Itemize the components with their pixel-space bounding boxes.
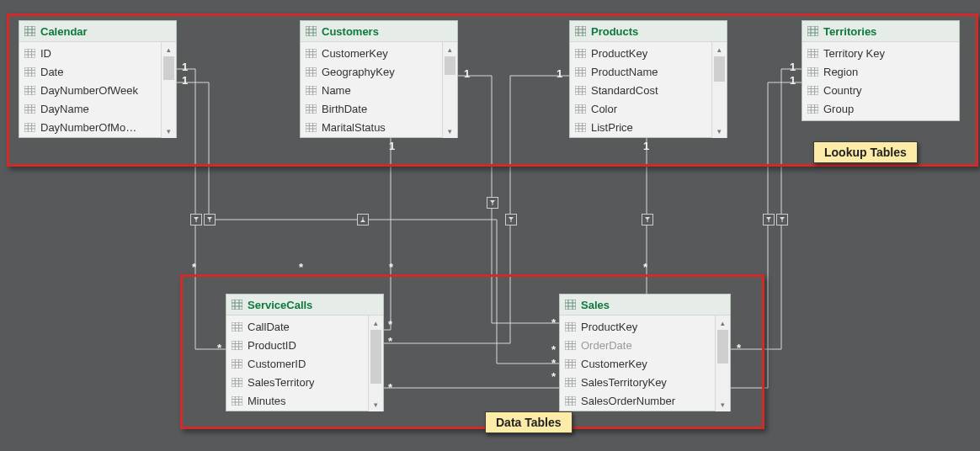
table-header[interactable]: Calendar (19, 21, 176, 42)
scrollbar[interactable]: ▴ ▾ (715, 316, 730, 411)
table-calendar[interactable]: Calendar IDDateDayNumberOfWeekDayNameDay… (19, 20, 177, 138)
table-sales[interactable]: Sales ProductKeyOrderDateCustomerKeySale… (559, 294, 731, 411)
scroll-up-icon[interactable]: ▴ (162, 42, 176, 56)
svg-rect-90 (807, 26, 818, 36)
field-row[interactable]: BirthDate (301, 99, 457, 118)
table-icon (306, 26, 317, 36)
scroll-up-icon[interactable]: ▴ (369, 316, 383, 330)
field-label: CustomerID (248, 358, 306, 370)
field-row[interactable]: ProductName (570, 62, 727, 81)
field-row[interactable]: CallDate (226, 317, 383, 336)
column-icon (24, 104, 35, 114)
svg-rect-60 (575, 26, 586, 36)
scrollbar-thumb[interactable] (717, 330, 728, 363)
field-row[interactable]: ProductID (226, 336, 383, 354)
table-header[interactable]: Sales (560, 294, 730, 316)
field-row[interactable]: SalesTerritory (226, 373, 383, 391)
field-row[interactable]: Date (19, 62, 176, 81)
column-icon (232, 396, 242, 406)
table-territories[interactable]: Territories Territory KeyRegionCountryGr… (802, 20, 960, 121)
column-icon (232, 359, 242, 369)
table-products[interactable]: Products ProductKeyProductNameStandardCo… (569, 20, 727, 138)
field-row[interactable]: Region (802, 62, 959, 81)
filter-direction-icon (190, 214, 202, 226)
scrollbar-thumb[interactable] (445, 56, 455, 75)
table-icon (575, 26, 586, 36)
field-row[interactable]: Country (802, 81, 959, 99)
scrollbar[interactable]: ▴ ▾ (368, 316, 383, 411)
svg-rect-130 (232, 359, 242, 369)
svg-rect-20 (24, 104, 35, 114)
field-label: StandardCost (591, 84, 658, 97)
scroll-down-icon[interactable]: ▾ (443, 124, 457, 138)
table-servicecalls[interactable]: ServiceCalls CallDateProductIDCustomerID… (226, 294, 384, 411)
column-icon (565, 359, 576, 369)
field-row[interactable]: MaritalStatus (301, 118, 457, 136)
field-label: SalesOrderNumber (581, 395, 675, 407)
table-title: Products (591, 25, 638, 38)
table-header[interactable]: Products (570, 21, 727, 42)
svg-rect-25 (24, 123, 35, 132)
field-row[interactable]: OrderDate (560, 336, 730, 354)
column-icon (232, 378, 242, 387)
scrollbar-thumb[interactable] (370, 330, 381, 384)
column-icon (575, 67, 586, 77)
svg-rect-140 (232, 396, 242, 406)
field-row[interactable]: CustomerKey (560, 354, 730, 373)
table-title: Calendar (40, 25, 88, 38)
scroll-down-icon[interactable]: ▾ (162, 124, 176, 138)
field-row[interactable]: Territory Key (802, 44, 959, 62)
scroll-up-icon[interactable]: ▴ (716, 316, 730, 330)
svg-rect-155 (565, 341, 576, 350)
field-row[interactable]: GeographyKey (301, 62, 457, 81)
svg-rect-70 (575, 67, 586, 77)
column-icon (232, 341, 242, 350)
field-row[interactable]: SalesOrderNumber (560, 391, 730, 410)
field-row[interactable]: CustomerKey (301, 44, 457, 62)
table-icon (24, 26, 35, 36)
scrollbar-thumb[interactable] (714, 56, 725, 82)
scroll-down-icon[interactable]: ▾ (712, 124, 727, 138)
scrollbar-thumb[interactable] (163, 56, 174, 80)
table-title: Territories (823, 25, 876, 38)
field-row[interactable]: Color (570, 99, 727, 118)
field-row[interactable]: ProductKey (570, 44, 727, 62)
svg-rect-30 (306, 26, 317, 36)
field-row[interactable]: Minutes (226, 391, 383, 410)
table-customers[interactable]: Customers CustomerKeyGeographyKeyNameBir… (300, 20, 458, 138)
filter-direction-icon (776, 214, 788, 226)
scroll-up-icon[interactable]: ▴ (712, 42, 727, 56)
field-row[interactable]: DayNumberOfWeek (19, 81, 176, 99)
column-icon (575, 104, 586, 114)
field-label: ListPrice (591, 121, 633, 134)
field-row[interactable]: ProductKey (560, 317, 730, 336)
field-row[interactable]: DayName (19, 99, 176, 118)
scrollbar[interactable]: ▴ ▾ (711, 42, 727, 138)
scrollbar[interactable]: ▴ ▾ (442, 42, 457, 138)
table-header[interactable]: ServiceCalls (226, 294, 383, 316)
scroll-down-icon[interactable]: ▾ (369, 397, 383, 411)
field-row[interactable]: Name (301, 81, 457, 99)
table-header[interactable]: Customers (301, 21, 457, 42)
column-icon (306, 67, 317, 77)
field-label: OrderDate (581, 339, 632, 352)
field-row[interactable]: DayNumberOfMo… (19, 118, 176, 136)
svg-rect-75 (575, 86, 586, 95)
scrollbar[interactable]: ▴ ▾ (161, 42, 176, 138)
field-row[interactable]: ID (19, 44, 176, 62)
table-header[interactable]: Territories (802, 21, 959, 42)
filter-direction-icon (505, 214, 517, 226)
field-row[interactable]: SalesTerritoryKey (560, 373, 730, 391)
scroll-down-icon[interactable]: ▾ (716, 397, 730, 411)
field-label: CustomerKey (322, 47, 388, 60)
field-row[interactable]: Group (802, 99, 959, 118)
field-label: Group (823, 103, 854, 115)
field-row[interactable]: ListPrice (570, 118, 727, 136)
svg-rect-165 (565, 378, 576, 387)
field-row[interactable]: CustomerID (226, 354, 383, 373)
scroll-up-icon[interactable]: ▴ (443, 42, 457, 56)
field-row[interactable]: StandardCost (570, 81, 727, 99)
column-icon (24, 123, 35, 132)
svg-rect-5 (24, 49, 35, 58)
column-icon (575, 49, 586, 58)
